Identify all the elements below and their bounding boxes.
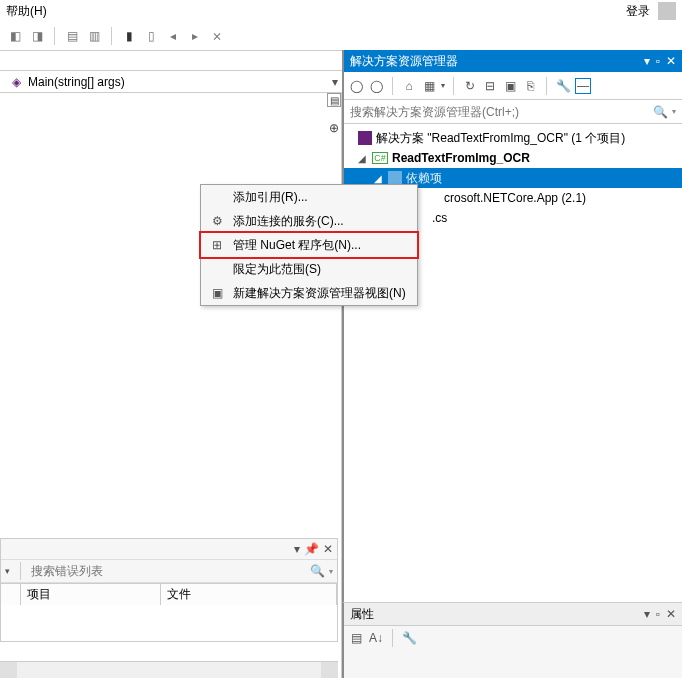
error-list-panel: ▾ 📌 ✕ ▾ 🔍 ▾ 项目 文件 [0, 538, 338, 642]
tree-expander-icon[interactable]: ◢ [358, 153, 368, 164]
search-icon[interactable]: 🔍 [310, 564, 325, 578]
tree-row-project[interactable]: ◢ C# ReadTextFromImg_OCR [344, 148, 682, 168]
error-col-project[interactable]: 项目 [21, 584, 161, 605]
close-icon[interactable]: ✕ [323, 542, 333, 556]
csharp-project-icon: C# [372, 152, 388, 164]
context-menu-scope-to-this[interactable]: 限定为此范围(S) [201, 257, 417, 281]
properties-icon[interactable]: 🔧 [555, 78, 571, 94]
dependency-label: crosoft.NETCore.App (2.1) [444, 191, 586, 205]
close-icon[interactable]: ✕ [666, 54, 676, 68]
refresh-icon[interactable]: ↻ [462, 78, 478, 94]
search-input[interactable] [350, 105, 653, 119]
dropdown-icon[interactable]: ▾ [644, 607, 650, 621]
error-search-input[interactable] [31, 564, 306, 578]
window-icon: ▣ [209, 285, 225, 301]
pin-icon[interactable]: ▫ [656, 54, 660, 68]
menu-bar: 帮助(H) 登录 [0, 0, 682, 22]
method-signature-label: Main(string[] args) [28, 75, 125, 89]
error-list-columns: 项目 文件 [1, 583, 337, 605]
editor-tabs[interactable] [0, 51, 342, 71]
bookmark-clear-icon[interactable]: ⨯ [208, 27, 226, 45]
copy-icon[interactable]: ⎘ [522, 78, 538, 94]
chevron-down-icon[interactable]: ▾ [672, 107, 676, 116]
sync-icon[interactable]: ▦ [421, 78, 437, 94]
categorized-icon[interactable]: ▤ [348, 630, 364, 646]
project-label: ReadTextFromImg_OCR [392, 151, 530, 165]
solution-explorer-title: 解决方案资源管理器 [350, 53, 458, 70]
solution-label: 解决方案 "ReadTextFromImg_OCR" (1 个项目) [376, 130, 625, 147]
chevron-down-icon[interactable]: ▾ [441, 81, 445, 90]
context-menu-label: 添加连接的服务(C)... [233, 213, 344, 230]
pin-icon[interactable]: 📌 [304, 542, 319, 556]
filter-dropdown[interactable]: ▾ [5, 566, 10, 576]
search-icon[interactable]: 🔍 [653, 105, 668, 119]
properties-toolbar: ▤ A↓ 🔧 [344, 625, 682, 649]
context-menu: 添加引用(R)... ⚙ 添加连接的服务(C)... ⊞ 管理 NuGet 程序… [200, 184, 418, 306]
properties-panel: 属性 ▾ ▫ ✕ ▤ A↓ 🔧 [342, 602, 682, 678]
method-icon: ◈ [8, 74, 24, 90]
error-col-file[interactable]: 文件 [161, 584, 337, 605]
uncomment-icon[interactable]: ▥ [85, 27, 103, 45]
home-icon[interactable]: ⌂ [401, 78, 417, 94]
separator [392, 629, 393, 647]
separator [392, 77, 393, 95]
horizontal-scrollbar[interactable] [0, 661, 338, 678]
context-menu-manage-nuget[interactable]: ⊞ 管理 NuGet 程序包(N)... [201, 233, 417, 257]
solution-explorer-search[interactable]: 🔍 ▾ [344, 100, 682, 124]
bookmark-next-icon[interactable]: ◂ [164, 27, 182, 45]
separator [546, 77, 547, 95]
context-menu-add-connected-service[interactable]: ⚙ 添加连接的服务(C)... [201, 209, 417, 233]
outdent-icon[interactable]: ◨ [28, 27, 46, 45]
preview-icon[interactable]: — [575, 78, 591, 94]
separator [111, 27, 112, 45]
nuget-icon: ⊞ [209, 237, 225, 253]
property-pages-icon[interactable]: 🔧 [401, 630, 417, 646]
code-nav-bar[interactable]: ◈ Main(string[] args) ▾ [0, 71, 342, 93]
chevron-down-icon[interactable]: ▾ [329, 567, 333, 576]
solution-explorer-panel: 解决方案资源管理器 ▾ ▫ ✕ ◯ ◯ ⌂ ▦ ▾ ↻ ⊟ ▣ ⎘ 🔧 — 🔍 [342, 50, 682, 678]
solution-explorer-titlebar: 解决方案资源管理器 ▾ ▫ ✕ [344, 50, 682, 72]
properties-title: 属性 [350, 606, 374, 623]
show-all-icon[interactable]: ▣ [502, 78, 518, 94]
context-menu-label: 添加引用(R)... [233, 189, 308, 206]
error-col-icon[interactable] [1, 584, 21, 605]
context-menu-new-view[interactable]: ▣ 新建解决方案资源管理器视图(N) [201, 281, 417, 305]
user-avatar-icon[interactable] [658, 2, 676, 20]
bookmark-icon[interactable]: ▮ [120, 27, 138, 45]
back-icon[interactable]: ◯ [348, 78, 364, 94]
solution-explorer-toolbar: ◯ ◯ ⌂ ▦ ▾ ↻ ⊟ ▣ ⎘ 🔧 — [344, 72, 682, 100]
separator [54, 27, 55, 45]
main-toolbar: ◧ ◨ ▤ ▥ ▮ ▯ ◂ ▸ ⨯ [0, 22, 682, 50]
expand-icon[interactable]: ⊕ [327, 121, 341, 135]
context-menu-label: 新建解决方案资源管理器视图(N) [233, 285, 406, 302]
alphabetical-icon[interactable]: A↓ [368, 630, 384, 646]
context-menu-label: 管理 NuGet 程序包(N)... [233, 237, 361, 254]
pin-icon[interactable]: ▫ [656, 607, 660, 621]
context-menu-label: 限定为此范围(S) [233, 261, 321, 278]
collapse-icon[interactable]: ⊟ [482, 78, 498, 94]
menu-help[interactable]: 帮助(H) [6, 3, 47, 20]
bookmark-nav-icon[interactable]: ▸ [186, 27, 204, 45]
blank-icon [209, 261, 225, 277]
error-list-body[interactable] [1, 605, 337, 641]
dropdown-icon[interactable]: ▾ [294, 542, 300, 556]
chevron-down-icon[interactable]: ▾ [332, 75, 338, 89]
comment-icon[interactable]: ▤ [63, 27, 81, 45]
separator [20, 562, 21, 580]
login-link[interactable]: 登录 [626, 3, 650, 20]
context-menu-add-reference[interactable]: 添加引用(R)... [201, 185, 417, 209]
close-icon[interactable]: ✕ [666, 607, 676, 621]
forward-icon[interactable]: ◯ [368, 78, 384, 94]
dropdown-icon[interactable]: ▾ [644, 54, 650, 68]
tree-row-solution[interactable]: 解决方案 "ReadTextFromImg_OCR" (1 个项目) [344, 128, 682, 148]
solution-icon [358, 131, 372, 145]
indent-icon[interactable]: ◧ [6, 27, 24, 45]
blank-icon [209, 189, 225, 205]
split-toggle-icon[interactable]: ▤ [327, 93, 341, 107]
tree-expander-icon[interactable]: ◢ [374, 173, 384, 184]
cs-file-label: .cs [432, 211, 447, 225]
properties-titlebar: 属性 ▾ ▫ ✕ [344, 603, 682, 625]
bookmark-prev-icon[interactable]: ▯ [142, 27, 160, 45]
gear-icon: ⚙ [209, 213, 225, 229]
dependencies-icon [388, 171, 402, 185]
